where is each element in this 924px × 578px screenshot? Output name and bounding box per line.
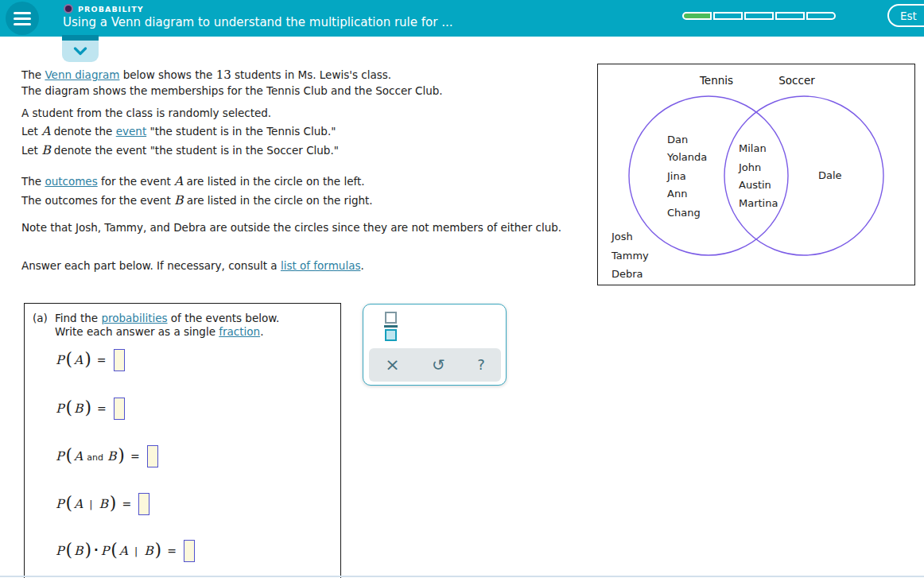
progress-segment [775, 12, 805, 20]
outcomes-link[interactable]: outcomes [45, 175, 97, 188]
intro-line-8: Note that Josh, Tammy, and Debra are out… [21, 220, 572, 235]
paren: ) [83, 351, 92, 368]
fraction-link[interactable]: fraction [219, 325, 260, 338]
text: students in Ms. Lewis's class. [231, 68, 391, 81]
hamburger-menu-button[interactable] [6, 2, 39, 35]
student-count: 13 [216, 68, 231, 82]
collapse-panel-tab[interactable] [62, 41, 99, 62]
clear-icon[interactable]: × [385, 356, 399, 374]
fraction-template-button[interactable] [381, 312, 400, 342]
paren: ( [64, 399, 73, 417]
paren: ( [64, 541, 73, 559]
intro-line-3: A student from the class is randomly sel… [21, 106, 271, 120]
equals: = [117, 498, 136, 510]
bottom-panel-divider [0, 576, 924, 577]
problem-title: Using a Venn diagram to understand the m… [63, 15, 452, 29]
paren: ) [109, 495, 118, 512]
aleks-problem-screen: PROBABILITY Using a Venn diagram to unde… [0, 0, 924, 578]
venn-name-intersection: Austin [739, 179, 771, 191]
math-P: P [55, 401, 64, 416]
venn-name-left: Yolanda [667, 151, 707, 163]
math-A: A [73, 497, 83, 511]
intro-line-7: The outcomes for the event B are listed … [21, 193, 373, 208]
fraction-bar [384, 325, 398, 328]
venn-name-left: Ann [667, 188, 687, 200]
math-P: P [55, 497, 64, 511]
math-A: A [73, 449, 83, 464]
help-icon[interactable]: ? [477, 358, 485, 372]
event-link[interactable]: event [116, 125, 146, 138]
soccer-circle-label: Soccer [778, 74, 815, 87]
venn-name-intersection: Milan [739, 142, 767, 154]
venn-name-left: Jina [667, 170, 686, 182]
paren: ( [64, 495, 73, 512]
text: . [360, 259, 363, 272]
list-of-formulas-link[interactable]: list of formulas [281, 259, 361, 272]
math-P: P [55, 353, 64, 367]
venn-name-left: Dan [667, 134, 688, 145]
progress-segment-done [682, 12, 712, 20]
venn-diagram-link[interactable]: Venn diagram [45, 68, 119, 81]
equation-P-B-times-P-A-given-B: P(B)·P(A|B)= [55, 538, 195, 564]
hamburger-bar [14, 17, 31, 20]
progress-segment [744, 12, 774, 20]
part-a-label: (a) [33, 312, 48, 324]
venn-name-outside: Josh [611, 231, 633, 242]
text: below shows the [119, 68, 215, 81]
hamburger-bar [14, 12, 31, 14]
text: for the event [98, 175, 174, 188]
answer-input-p-a-given-b[interactable] [138, 493, 149, 515]
math-B: B [143, 544, 153, 558]
answer-input-p-a[interactable] [114, 349, 125, 371]
top-header-bar: PROBABILITY Using a Venn diagram to unde… [0, 0, 924, 37]
part-a-instruction-2: Write each answer as a single fraction. [55, 325, 263, 338]
paren: ( [64, 351, 73, 368]
math-given-bar: | [129, 545, 143, 557]
part-a-panel: (a) Find the probabilities of the events… [24, 303, 341, 578]
fraction-denominator-box [385, 329, 397, 341]
progress-bar [682, 12, 836, 20]
venn-name-outside: Debra [611, 268, 643, 280]
tennis-circle-label: Tennis [700, 74, 733, 87]
equals: = [126, 450, 145, 463]
intro-line-5: Let B denote the event "the student is i… [21, 143, 339, 157]
math-A: A [118, 544, 129, 558]
math-A: A [73, 353, 83, 367]
text: . [260, 325, 263, 338]
event-B-var: B [174, 193, 183, 208]
math-P: P [55, 544, 64, 558]
chevron-down-icon [73, 47, 87, 56]
math-given-bar: | [83, 498, 98, 510]
text: are listed in the circle on the right. [183, 194, 372, 207]
math-and: and [83, 452, 107, 463]
answer-tool-palette: × ↺ ? [363, 304, 507, 386]
paren: ) [117, 447, 126, 464]
math-B: B [73, 544, 83, 558]
venn-name-intersection: Martina [739, 197, 778, 209]
collapse-tab-cap [62, 35, 99, 41]
answer-input-p-a-and-b[interactable] [147, 445, 158, 467]
equals: = [92, 402, 111, 415]
answer-input-p-b-times-p-a-given-b[interactable] [184, 540, 195, 562]
probabilities-link[interactable]: probabilities [101, 312, 167, 324]
intro-line-6: The outcomes for the event A are listed … [21, 174, 365, 188]
equation-P-A: P(A)= [55, 347, 125, 373]
venn-name-right: Dale [818, 169, 842, 181]
event-A-var: A [174, 174, 183, 188]
venn-name-intersection: John [739, 161, 761, 173]
answer-input-p-b[interactable] [114, 398, 125, 420]
intro-line-1: The Venn diagram below shows the 13 stud… [21, 68, 391, 82]
topic-category: PROBABILITY [64, 4, 144, 14]
event-B-var: B [41, 143, 50, 157]
progress-segment [713, 12, 743, 20]
text: Write each answer as a single [55, 325, 219, 338]
text: The outcomes for the event [21, 194, 174, 207]
venn-name-outside: Tammy [611, 250, 649, 262]
math-multiply-dot: · [92, 543, 100, 557]
paren: ) [83, 399, 92, 417]
part-a-instruction-1: Find the probabilities of the events bel… [55, 312, 279, 324]
math-B: B [73, 401, 83, 416]
header-pill-button[interactable]: Est [887, 4, 924, 27]
math-B: B [98, 497, 108, 511]
undo-icon[interactable]: ↺ [432, 357, 445, 373]
